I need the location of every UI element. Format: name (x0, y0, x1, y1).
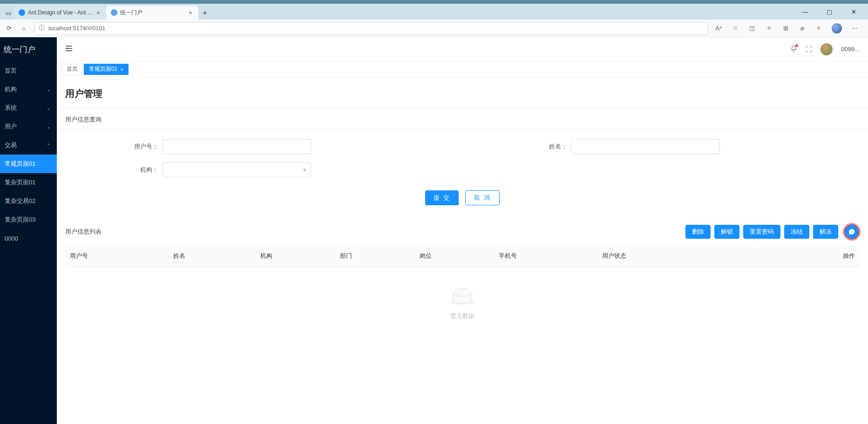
sidebar-item-label: 交易 (5, 141, 17, 149)
fullscreen-icon[interactable]: ⛶ (806, 46, 812, 53)
table-column-header: 姓名 (169, 245, 256, 267)
content: 用户管理 用户信息查询 用户号： 姓名： 机构： (57, 77, 868, 424)
chevron-up-icon: ⌃ (47, 143, 50, 148)
chevron-down-icon: ▾ (303, 167, 306, 173)
favorites-bar-icon[interactable]: ✧ (765, 25, 773, 32)
reset-password-button[interactable]: 重置密码 (743, 225, 780, 239)
username-label[interactable]: 0098... (841, 46, 860, 53)
sidebar-item-label: 机构 (5, 85, 17, 94)
profile-avatar-icon[interactable] (832, 23, 842, 34)
browser-tab-active[interactable]: 统一门户 × (106, 6, 198, 20)
table-column-header: 手机号 (494, 245, 597, 267)
unfreeze-button[interactable]: 解冻 (813, 225, 838, 239)
more-icon[interactable]: ⋯ (850, 25, 859, 32)
notification-bell-icon[interactable] (790, 45, 797, 54)
delete-button[interactable]: 删除 (685, 225, 711, 239)
table-header: 用户号姓名机构部门岗位手机号用户状态操作 (65, 245, 860, 267)
float-action-button[interactable] (844, 224, 860, 240)
empty-text: 暂无数据 (65, 312, 860, 320)
page-tab-active[interactable]: 常规页面01 × (84, 64, 129, 75)
submit-button[interactable]: 提 交 (425, 190, 459, 205)
window-top-border (0, 0, 868, 4)
sidebar-item-label: 首页 (5, 67, 17, 75)
page-title: 用户管理 (57, 77, 868, 109)
url-input[interactable]: ⓘ localhost:5174/#/0101 (34, 22, 708, 35)
extensions-icon[interactable]: ఠ (815, 25, 823, 32)
list-section-title: 用户信息列表 (65, 228, 102, 236)
query-form: 用户号： 姓名： 机构： ▾ (57, 130, 868, 218)
chat-icon (848, 228, 855, 236)
sidebar-item[interactable]: 0000 (0, 229, 57, 248)
browser-tab-inactive[interactable]: Ant Design of Vue - Ant Design × (14, 6, 106, 20)
collections-icon[interactable]: ⊞ (781, 25, 790, 32)
sidebar-item[interactable]: 用户⌄ (0, 117, 57, 136)
page-tab-home[interactable]: 首页 (61, 64, 83, 75)
tab-close-icon[interactable]: × (95, 9, 102, 16)
form-actions: 提 交 取 消 (65, 186, 860, 215)
browser-tab-strip: ▭ Ant Design of Vue - Ant Design × 统一门户 … (0, 4, 868, 20)
browser-tools-icon[interactable]: ⌀ (798, 25, 807, 32)
name-label: 姓名： (521, 142, 571, 151)
browser-tab-title: 统一门户 (120, 9, 187, 17)
name-input[interactable] (571, 139, 720, 154)
refresh-icon[interactable]: ⟳ (5, 25, 13, 32)
read-aloud-icon[interactable]: Aᵃ (714, 25, 723, 32)
sidebar-menu: 首页机构⌄系统⌄用户⌄交易⌃常规页面01复杂页面01复杂交易02复杂页面0300… (0, 61, 57, 248)
topbar-right: ⛶ 0098... (790, 43, 860, 55)
sidebar-item-label: 常规页面01 (5, 160, 35, 168)
table-empty-state: 暂无数据 (65, 267, 860, 339)
maximize-icon[interactable]: ▢ (821, 8, 837, 15)
home-icon[interactable]: ⌂ (20, 25, 28, 32)
browser-tab-title: Ant Design of Vue - Ant Design (28, 9, 95, 16)
user-avatar-icon[interactable] (821, 43, 833, 55)
cancel-button[interactable]: 取 消 (465, 190, 500, 205)
sidebar-item-label: 复杂页面01 (5, 178, 35, 187)
sidebar-item-label: 系统 (5, 104, 17, 112)
user-no-input[interactable] (162, 139, 311, 154)
split-screen-icon[interactable]: ◫ (748, 25, 756, 32)
sidebar-item[interactable]: 交易⌃ (0, 136, 57, 155)
tab-actions-icon[interactable]: ▭ (3, 7, 14, 20)
address-bar: ⟳ ⌂ ⓘ localhost:5174/#/0101 Aᵃ ☆ ◫ ✧ ⊞ ⌀… (0, 20, 868, 37)
app-logo: 统一门户 (0, 37, 57, 61)
table-column-header: 用户号 (65, 245, 169, 267)
table-column-header: 用户状态 (597, 245, 772, 267)
sidebar-item-label: 用户 (5, 122, 17, 131)
sidebar-item[interactable]: 常规页面01 (0, 155, 57, 173)
org-label: 机构： (112, 166, 162, 174)
chevron-down-icon: ⌄ (47, 87, 50, 92)
app-container: 统一门户 首页机构⌄系统⌄用户⌄交易⌃常规页面01复杂页面01复杂交易02复杂页… (0, 37, 868, 424)
sidebar-item[interactable]: 复杂交易02 (0, 192, 57, 210)
sidebar-item[interactable]: 系统⌄ (0, 99, 57, 117)
table: 用户号姓名机构部门岗位手机号用户状态操作 暂无数据 (57, 245, 868, 347)
favorite-icon[interactable]: ☆ (731, 25, 739, 32)
sidebar-item-label: 复杂交易02 (5, 197, 35, 205)
tab-close-icon[interactable]: × (120, 67, 123, 72)
site-info-icon[interactable]: ⓘ (39, 24, 45, 32)
main-area: ⛶ 0098... 首页 常规页面01 × 用户管理 用户信息查询 用户号： (57, 37, 868, 424)
table-column-header: 操作 (772, 245, 860, 267)
window-controls: ― ▢ ✕ (791, 4, 868, 20)
tab-close-icon[interactable]: × (187, 9, 194, 16)
sidebar-item[interactable]: 首页 (0, 61, 57, 80)
sidebar-item[interactable]: 复杂页面03 (0, 210, 57, 229)
freeze-button[interactable]: 冻结 (784, 225, 809, 239)
unlock-button[interactable]: 解锁 (714, 225, 739, 239)
close-icon[interactable]: ✕ (846, 8, 861, 15)
chevron-down-icon: ⌄ (47, 106, 50, 111)
sidebar-item[interactable]: 复杂页面01 (0, 173, 57, 192)
favicon-icon (111, 9, 117, 16)
page-tab-label: 首页 (67, 65, 78, 73)
chevron-down-icon: ⌄ (47, 124, 50, 129)
minimize-icon[interactable]: ― (797, 8, 813, 15)
user-no-label: 用户号： (112, 142, 162, 151)
browser-toolbar-right: Aᵃ ☆ ◫ ✧ ⊞ ⌀ ఠ ⋯ (714, 23, 863, 34)
org-select[interactable]: ▾ (162, 162, 311, 177)
table-column-header: 机构 (256, 245, 335, 267)
sidebar-item[interactable]: 机构⌄ (0, 80, 57, 99)
sidebar-item-label: 复杂页面03 (5, 215, 35, 224)
new-tab-button[interactable]: + (198, 7, 211, 20)
page-tab-label: 常规页面01 (89, 65, 117, 73)
menu-fold-icon[interactable] (65, 45, 73, 54)
url-text: localhost:5174/#/0101 (48, 25, 105, 32)
